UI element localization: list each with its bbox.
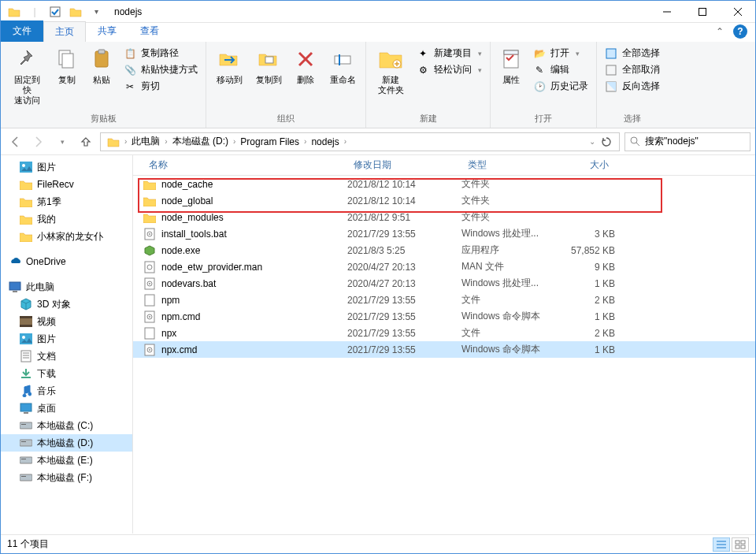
file-row[interactable]: npx.cmd2021/7/29 13:55Windows 命令脚本1 KB [133, 341, 755, 358]
paste-button[interactable]: 粘贴 [84, 43, 119, 88]
tree-my[interactable]: 我的 [1, 210, 132, 228]
file-row[interactable]: npx2021/7/29 13:55文件2 KB [133, 325, 755, 341]
open-button[interactable]: 📂打开▾ [533, 46, 588, 60]
chevron-right-icon: › [165, 137, 167, 146]
col-date[interactable]: 修改日期 [347, 158, 461, 172]
file-icon [143, 327, 157, 340]
tab-file[interactable]: 文件 [1, 20, 43, 42]
group-open: 属性 📂打开▾ ✎编辑 🕑历史记录 打开 [491, 42, 597, 128]
col-name[interactable]: 名称 [143, 158, 347, 172]
qat-dropdown[interactable]: ▾ [87, 3, 105, 20]
recent-dropdown[interactable]: ▾ [53, 132, 72, 151]
file-row[interactable]: npm2021/7/29 13:55文件2 KB [133, 292, 755, 308]
tree-diskf[interactable]: 本地磁盘 (F:) [1, 469, 132, 486]
file-type: 文件 [461, 293, 556, 307]
file-row[interactable]: install_tools.bat2021/7/29 13:55Windows … [133, 225, 755, 242]
copy-to-button[interactable]: 复制到 [249, 43, 288, 88]
help-icon[interactable]: ? [733, 24, 747, 39]
tree-diskd[interactable]: 本地磁盘 (D:) [1, 434, 132, 452]
history-button[interactable]: 🕑历史记录 [533, 80, 588, 93]
svg-rect-33 [21, 351, 31, 362]
tree-season1[interactable]: 第1季 [1, 193, 132, 210]
qat-checkbox[interactable] [46, 3, 64, 20]
up-button[interactable] [76, 132, 95, 151]
folder-icon-small[interactable] [67, 3, 84, 20]
tree-desktop[interactable]: 桌面 [1, 400, 132, 417]
tree-diskc[interactable]: 本地磁盘 (C:) [1, 417, 132, 434]
disk-icon [20, 437, 32, 449]
tree-downloads[interactable]: 下载 [1, 365, 132, 382]
file-row[interactable]: node_cache2021/8/12 10:14文件夹 [133, 176, 755, 192]
select-all-button[interactable]: 全部选择 [605, 46, 660, 60]
paste-shortcut-button[interactable]: 📎粘贴快捷方式 [124, 63, 198, 76]
col-size[interactable]: 大小 [556, 158, 615, 172]
tree-xiaolin[interactable]: 小林家的龙女仆 [1, 228, 132, 245]
thumbnail-view-button[interactable] [732, 537, 749, 552]
refresh-button[interactable] [597, 132, 616, 151]
copy-path-button[interactable]: 📋复制路径 [124, 46, 198, 60]
svg-rect-41 [21, 424, 26, 425]
file-name: nodevars.bat [161, 278, 347, 289]
properties-button[interactable]: 属性 [494, 43, 528, 88]
details-view-button[interactable] [713, 537, 730, 552]
tree-documents[interactable]: 文档 [1, 348, 132, 365]
file-row[interactable]: node_etw_provider.man2020/4/27 20:13MAN … [133, 258, 755, 275]
folder-icon[interactable] [6, 3, 23, 20]
move-to-button[interactable]: 移动到 [209, 43, 249, 88]
bc-diskd[interactable]: 本地磁盘 (D:) [169, 135, 232, 148]
tree-videos[interactable]: 视频 [1, 313, 132, 330]
col-type[interactable]: 类型 [461, 158, 556, 172]
file-date: 2021/8/12 10:14 [347, 195, 461, 206]
tab-home[interactable]: 主页 [43, 21, 86, 42]
tree-onedrive[interactable]: OneDrive [1, 253, 132, 270]
svg-point-63 [149, 349, 150, 351]
tree-pictures[interactable]: 图片 [1, 158, 132, 176]
file-date: 2021/7/29 13:55 [347, 295, 461, 306]
breadcrumb[interactable]: › 此电脑 › 本地磁盘 (D:) › Program Files › node… [100, 132, 620, 151]
tree-thispc[interactable]: 此电脑 [1, 278, 132, 296]
close-button[interactable] [720, 1, 755, 23]
delete-button[interactable]: 删除 [288, 43, 323, 88]
disk-icon [20, 471, 32, 484]
bc-dropdown[interactable]: ⌄ [589, 137, 595, 146]
edit-button[interactable]: ✎编辑 [533, 63, 588, 76]
new-folder-button[interactable]: 新建 文件夹 [369, 43, 412, 99]
search-input[interactable]: 搜索"nodejs" [624, 132, 750, 151]
maximize-button[interactable] [684, 1, 720, 23]
easy-access-icon: ⚙ [417, 64, 429, 76]
new-item-button[interactable]: ✦新建项目▾ [417, 46, 482, 60]
tree-3dobjects[interactable]: 3D 对象 [1, 296, 132, 313]
file-row[interactable]: node_global2021/8/12 10:14文件夹 [133, 192, 755, 209]
file-row[interactable]: nodevars.bat2020/4/27 20:13Windows 批处理..… [133, 275, 755, 292]
tab-view[interactable]: 查看 [128, 20, 171, 42]
content-area: 图片 FileRecv 第1季 我的 小林家的龙女仆 OneDrive 此电脑 … [1, 155, 755, 534]
cut-button[interactable]: ✂剪切 [124, 80, 198, 93]
breadcrumb-icon[interactable] [104, 136, 123, 148]
bc-thispc[interactable]: 此电脑 [128, 135, 163, 148]
select-none-button[interactable]: 全部取消 [605, 63, 660, 76]
minimize-button[interactable] [649, 1, 684, 23]
copy-button[interactable]: 复制 [50, 43, 84, 88]
forward-button[interactable] [29, 132, 48, 151]
bc-programfiles[interactable]: Program Files [237, 136, 302, 147]
nav-tree[interactable]: 图片 FileRecv 第1季 我的 小林家的龙女仆 OneDrive 此电脑 … [1, 155, 133, 534]
file-row[interactable]: node.exe2021/8/3 5:25应用程序57,852 KB [133, 242, 755, 258]
svg-rect-8 [98, 50, 105, 54]
folder-icon [143, 178, 157, 191]
back-button[interactable] [6, 132, 24, 151]
tree-pictures2[interactable]: 图片 [1, 330, 132, 348]
ribbon-collapse-icon[interactable]: ⌃ [716, 26, 724, 37]
tree-diske[interactable]: 本地磁盘 (E:) [1, 452, 132, 469]
tab-share[interactable]: 共享 [86, 20, 128, 42]
column-headers: 名称 修改日期 类型 大小 [133, 155, 755, 176]
pin-button[interactable]: 固定到快 速访问 [4, 43, 50, 109]
chevron-right-icon: › [304, 137, 306, 146]
rename-button[interactable]: 重命名 [323, 43, 362, 88]
easy-access-button[interactable]: ⚙轻松访问▾ [417, 63, 482, 76]
invert-selection-button[interactable]: 反向选择 [605, 80, 660, 93]
bc-nodejs[interactable]: nodejs [308, 136, 342, 147]
file-row[interactable]: npm.cmd2021/7/29 13:55Windows 命令脚本1 KB [133, 308, 755, 325]
tree-filerecv[interactable]: FileRecv [1, 176, 132, 193]
tree-music[interactable]: 音乐 [1, 382, 132, 400]
file-row[interactable]: node_modules2021/8/12 9:51文件夹 [133, 209, 755, 225]
